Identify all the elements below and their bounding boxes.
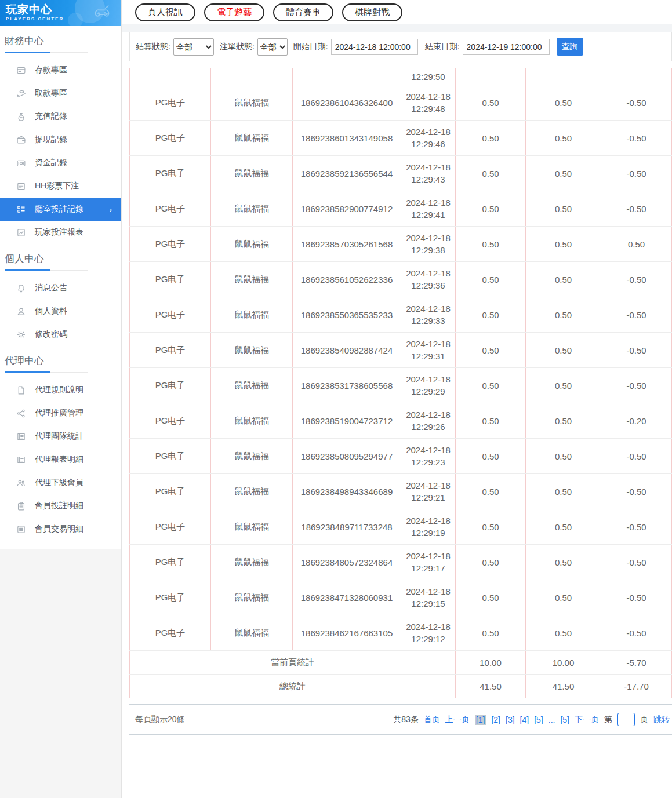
newspaper-icon xyxy=(16,455,26,465)
document-icon xyxy=(16,385,26,395)
sidebar-item-label: 消息公告 xyxy=(35,283,67,293)
sidebar-item-label: 取款專區 xyxy=(35,88,67,99)
sidebar-item-room-bet-record[interactable]: 廳室投註記錄 › xyxy=(0,198,121,221)
sidebar-item-label: 會員投註明細 xyxy=(35,501,83,511)
cell-bet xyxy=(456,68,526,85)
cell-datetime: 2024-12-1812:29:33 xyxy=(401,297,456,333)
end-date-input[interactable] xyxy=(463,39,550,55)
logo-decor-circle xyxy=(68,13,83,26)
section-title-finance: 財務中心 xyxy=(0,26,121,52)
sidebar-item-member-trade-detail[interactable]: 會員交易明細 xyxy=(0,518,121,541)
section-divider xyxy=(5,52,88,53)
cell-provider: PG电子 xyxy=(130,156,211,191)
cell-result: 0.50 xyxy=(601,227,672,262)
jump-button[interactable]: 跳转 xyxy=(653,715,670,725)
cell-valid-bet: 0.50 xyxy=(526,580,601,615)
share-icon xyxy=(16,409,26,418)
pagination-controls: 共83条 首页 上一页 [1] [2] [3] [4] [5] ... [5] … xyxy=(393,713,670,726)
cell-game xyxy=(211,68,293,85)
cell-provider: PG电子 xyxy=(130,262,211,297)
search-button[interactable]: 查詢 xyxy=(557,38,583,56)
cell-datetime: 2024-12-1812:29:12 xyxy=(401,615,456,651)
tab-board-card[interactable]: 棋牌對戰 xyxy=(342,3,402,21)
cell-game: 鼠鼠福福 xyxy=(211,580,293,615)
cell-provider: PG电子 xyxy=(130,333,211,368)
newspaper-icon xyxy=(16,432,26,442)
section-divider xyxy=(5,270,88,271)
table-row-partial: 12:29:50 xyxy=(130,68,672,85)
cell-order: 1869238489711733248 xyxy=(293,509,401,545)
sidebar-item-funds-record[interactable]: 資金記錄 xyxy=(0,151,121,174)
table-row: PG电子 鼠鼠福福 1869238601343149058 2024-12-18… xyxy=(130,121,672,156)
cell-datetime: 2024-12-1812:29:41 xyxy=(401,191,456,227)
section-title-agent: 代理中心 xyxy=(0,346,121,372)
prev-page-link[interactable]: 上一页 xyxy=(445,715,470,725)
sidebar-item-label: 會員交易明細 xyxy=(35,524,83,534)
cell-datetime: 2024-12-1812:29:38 xyxy=(401,227,456,262)
cell-result: -0.50 xyxy=(601,85,672,121)
sidebar-item-member-bet-detail[interactable]: 會員投註明細 xyxy=(0,494,121,518)
page-link-current[interactable]: [1] xyxy=(475,715,486,725)
cell-bet: 0.50 xyxy=(456,615,526,651)
users-icon xyxy=(16,478,26,488)
tab-sports[interactable]: 體育賽事 xyxy=(273,3,333,21)
cell-game: 鼠鼠福福 xyxy=(211,615,293,651)
pagination-ellipsis: ... xyxy=(549,715,555,724)
cell-bet: 0.50 xyxy=(456,191,526,227)
table-row: PG电子 鼠鼠福福 1869238508095294977 2024-12-18… xyxy=(130,439,672,474)
sidebar-item-change-password[interactable]: 修改密碼 xyxy=(0,323,121,346)
cell-game: 鼠鼠福福 xyxy=(211,156,293,191)
summary-result: -17.70 xyxy=(601,675,672,698)
sidebar-item-agent-report-detail[interactable]: 代理報表明細 xyxy=(0,448,121,471)
order-status-select[interactable]: 全部 xyxy=(257,38,288,56)
settle-status-select[interactable]: 全部 xyxy=(173,38,214,56)
first-page-link[interactable]: 首页 xyxy=(424,715,440,725)
sidebar-item-label: 個人資料 xyxy=(35,306,67,316)
chart-report-icon xyxy=(16,228,26,238)
start-date-input[interactable] xyxy=(331,39,418,55)
page-link-4[interactable]: [4] xyxy=(520,715,529,724)
table-row: PG电子 鼠鼠福福 1869238582900774912 2024-12-18… xyxy=(130,191,672,227)
sidebar-item-hh-lottery[interactable]: HH彩票下注 xyxy=(0,174,121,198)
page-link-3[interactable]: [3] xyxy=(506,715,515,724)
page-link-5[interactable]: [5] xyxy=(534,715,543,724)
cell-bet: 0.50 xyxy=(456,121,526,156)
cell-valid-bet: 0.50 xyxy=(526,121,601,156)
sidebar-item-agent-downline[interactable]: 代理下級會員 xyxy=(0,471,121,494)
sidebar-item-agent-promotion[interactable]: 代理推廣管理 xyxy=(0,402,121,425)
sidebar-item-deposit[interactable]: 存款專區 xyxy=(0,59,121,82)
page-link-2[interactable]: [2] xyxy=(491,715,500,724)
cell-order: 1869238508095294977 xyxy=(293,439,401,474)
sidebar-item-agent-team-stats[interactable]: 代理團隊統計 xyxy=(0,425,121,448)
cell-game: 鼠鼠福福 xyxy=(211,439,293,474)
game-category-tabs: 真人視訊 電子遊藝 體育賽事 棋牌對戰 xyxy=(122,0,672,24)
cell-valid-bet xyxy=(526,68,601,85)
sidebar-item-label: 代理規則說明 xyxy=(35,385,83,395)
cell-provider: PG电子 xyxy=(130,439,211,474)
sidebar-item-withdraw[interactable]: 取款專區 xyxy=(0,82,121,105)
sidebar-item-withdraw-record[interactable]: 提現記錄 xyxy=(0,128,121,151)
cell-order: 1869238570305261568 xyxy=(293,227,401,262)
sidebar-item-profile[interactable]: 個人資料 xyxy=(0,300,121,323)
sidebar-item-agent-rules[interactable]: 代理規則說明 xyxy=(0,378,121,402)
cell-valid-bet: 0.50 xyxy=(526,85,601,121)
jump-page-input[interactable] xyxy=(617,713,635,726)
cell-datetime: 2024-12-1812:29:21 xyxy=(401,474,456,509)
cell-valid-bet: 0.50 xyxy=(526,509,601,545)
cell-provider: PG电子 xyxy=(130,545,211,580)
last-page-number-link[interactable]: [5] xyxy=(560,715,569,724)
sidebar-item-label: 廳室投註記錄 xyxy=(35,204,83,214)
gamepad-icon xyxy=(91,3,113,21)
cell-order: 1869238498943346689 xyxy=(293,474,401,509)
summary-label: 當前頁統計 xyxy=(130,651,456,675)
tab-live-video[interactable]: 真人視訊 xyxy=(135,3,195,21)
sidebar-item-notices[interactable]: 消息公告 xyxy=(0,276,121,300)
tab-electronic-games[interactable]: 電子遊藝 xyxy=(204,3,264,21)
sidebar-item-player-report[interactable]: 玩家投注報表 xyxy=(0,221,121,244)
next-page-link[interactable]: 下一页 xyxy=(575,715,599,725)
cell-valid-bet: 0.50 xyxy=(526,403,601,439)
moneybag-icon xyxy=(16,112,26,122)
sidebar-item-recharge-record[interactable]: 充值記錄 xyxy=(0,105,121,128)
sidebar-item-label: 代理推廣管理 xyxy=(35,408,83,418)
gear-icon xyxy=(16,330,26,340)
